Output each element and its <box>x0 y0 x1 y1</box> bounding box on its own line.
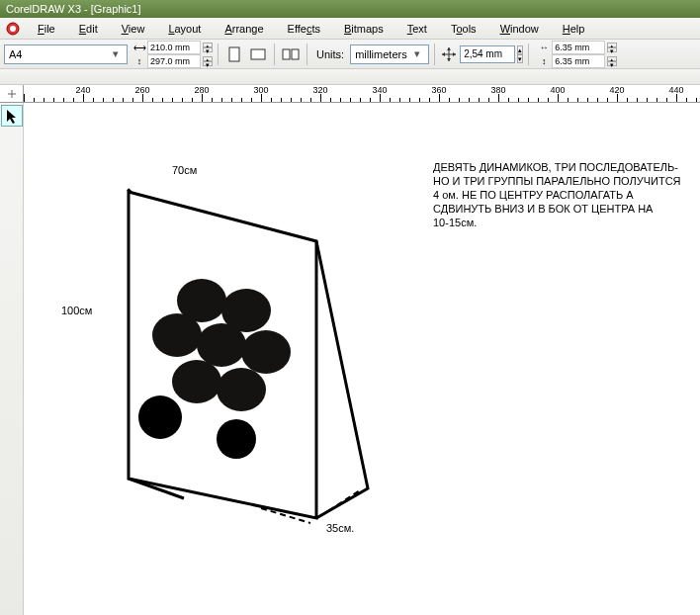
svg-point-10 <box>241 330 291 374</box>
label-left: 100см <box>61 305 92 316</box>
chevron-down-icon: ▾ <box>109 47 123 60</box>
window-title: CorelDRAW X3 - [Graphic1] <box>6 3 141 15</box>
page-width-input[interactable]: 210.0 mm <box>147 41 201 54</box>
page-size-select[interactable]: A4 ▾ <box>4 44 128 64</box>
menu-view[interactable]: View <box>110 23 157 35</box>
portrait-button[interactable] <box>223 44 245 65</box>
svg-point-8 <box>152 313 202 357</box>
menu-text[interactable]: Text <box>395 23 439 35</box>
menu-edit[interactable]: Edit <box>67 23 110 35</box>
menu-arrange[interactable]: Arrange <box>213 23 275 35</box>
menu-effects[interactable]: Effects <box>276 23 332 35</box>
height-spinner[interactable]: ▴▾ <box>203 56 213 66</box>
canvas[interactable]: 70см 100см 35см. ДЕВЯТЬ ДИНАМИКОВ, ТРИ П… <box>24 103 700 615</box>
ruler-horizontal[interactable]: 240260280300320340360380400420440 <box>24 85 700 103</box>
app-icon <box>4 20 22 38</box>
menu-tools[interactable]: Tools <box>439 23 488 35</box>
duplicate-offset: ↔ 6.35 mm ▴▾ ↕ 6.35 mm ▴▾ <box>538 41 617 68</box>
menu-help[interactable]: Help <box>551 23 597 35</box>
svg-rect-2 <box>229 47 239 61</box>
ruler-origin[interactable] <box>0 85 24 103</box>
nudge-group: 2,54 mm ▴▾ <box>440 45 523 63</box>
svg-rect-3 <box>251 49 265 59</box>
svg-point-9 <box>197 323 246 367</box>
height-icon: ↕ <box>133 55 145 67</box>
width-spinner[interactable]: ▴▾ <box>203 43 213 52</box>
toolbar-spacer <box>0 69 700 85</box>
page-height-input[interactable]: 297.0 mm <box>147 54 201 68</box>
nudge-icon <box>440 45 458 63</box>
label-top: 70см <box>172 164 197 176</box>
dup-y-input[interactable]: 6.35 mm <box>552 54 605 68</box>
dupx-spinner[interactable]: ▴▾ <box>607 43 617 52</box>
svg-rect-5 <box>292 49 299 59</box>
dup-x-input[interactable]: 6.35 mm <box>552 41 605 54</box>
menu-layout[interactable]: Layout <box>156 23 213 35</box>
svg-rect-4 <box>283 49 290 59</box>
svg-point-14 <box>217 419 256 459</box>
divider <box>274 44 275 65</box>
pick-tool[interactable] <box>1 105 23 127</box>
nudge-spinner[interactable]: ▴▾ <box>517 45 523 63</box>
landscape-button[interactable] <box>247 44 269 65</box>
menu-file[interactable]: FFileile <box>26 23 67 35</box>
page-size-value: A4 <box>9 48 22 60</box>
dupy-spinner[interactable]: ▴▾ <box>607 56 617 66</box>
chevron-down-icon: ▾ <box>410 47 424 60</box>
dup-y-icon: ↕ <box>538 55 550 67</box>
text-block: ДЕВЯТЬ ДИНАМИКОВ, ТРИ ПОСЛЕДОВАТЕЛЬ- НО … <box>433 160 690 229</box>
dup-x-icon: ↔ <box>538 42 550 53</box>
menubar: FFileile Edit View Layout Arrange Effect… <box>0 18 700 40</box>
divider <box>306 44 307 65</box>
label-bottom: 35см. <box>326 522 354 534</box>
svg-point-1 <box>10 26 16 32</box>
divider <box>218 44 219 65</box>
toolbox <box>0 103 24 615</box>
nudge-input[interactable]: 2,54 mm <box>460 45 515 63</box>
units-value: millimeters <box>355 48 407 60</box>
units-select[interactable]: millimeters ▾ <box>350 44 429 64</box>
units-label: Units: <box>316 48 344 60</box>
svg-point-13 <box>138 395 182 439</box>
svg-point-11 <box>172 360 221 403</box>
divider <box>528 44 529 65</box>
page-dimensions: ⟷ 210.0 mm ▴▾ ↕ 297.0 mm ▴▾ <box>133 41 213 68</box>
property-bar: A4 ▾ ⟷ 210.0 mm ▴▾ ↕ 297.0 mm ▴▾ Units: … <box>0 40 700 69</box>
divider <box>434 44 435 65</box>
width-icon: ⟷ <box>133 42 145 53</box>
menu-window[interactable]: Window <box>488 23 551 35</box>
pages-button[interactable] <box>280 44 302 65</box>
svg-point-12 <box>217 368 266 411</box>
window-titlebar: CorelDRAW X3 - [Graphic1] <box>0 0 700 18</box>
menu-bitmaps[interactable]: Bitmaps <box>332 23 395 35</box>
